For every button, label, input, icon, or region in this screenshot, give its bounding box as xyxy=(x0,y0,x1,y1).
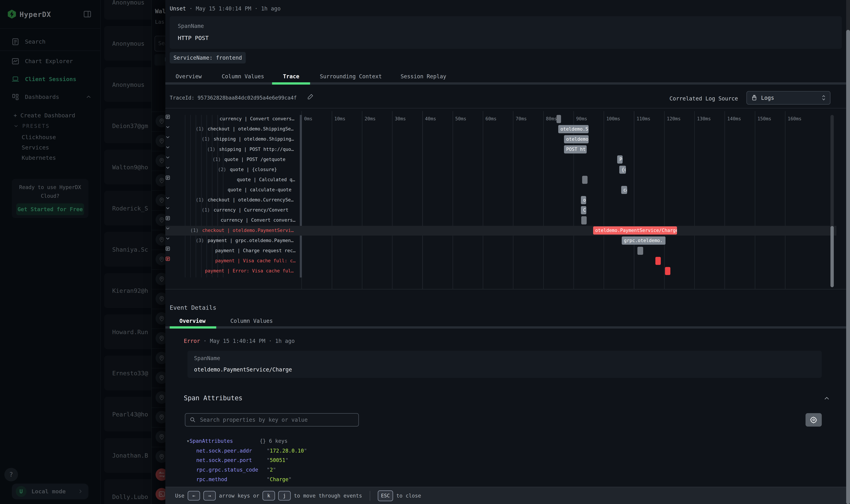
span-duration-bar[interactable]: Cu xyxy=(581,206,586,214)
waterfall-row[interactable]: (1)checkout | oteldemo.CurrencySe…ot xyxy=(165,196,836,205)
footer-text: to move through events xyxy=(294,493,362,499)
event-label: payment | Charge request rec… xyxy=(215,248,295,253)
edit-pencil-icon[interactable] xyxy=(307,93,314,100)
waterfall-row[interactable]: (1)shipping | POST http://quo…POST ht xyxy=(165,145,836,155)
footer-text: Use xyxy=(175,493,184,499)
span-duration-bar[interactable]: POST ht xyxy=(564,145,587,154)
span-event-marker[interactable] xyxy=(557,115,561,123)
span-label: quote | {closure} xyxy=(230,167,277,172)
tab-surrounding-context[interactable]: Surrounding Context xyxy=(320,73,382,79)
tab-underline-track xyxy=(165,82,850,85)
attribute-key: rpc.grpc.status_code xyxy=(196,467,258,473)
modal-backdrop[interactable] xyxy=(0,0,165,504)
attribute-row[interactable]: rpc.grpc.status_code"2" xyxy=(196,467,258,473)
attribute-row[interactable]: net.sock.peer.port"50051" xyxy=(196,457,252,463)
divider xyxy=(165,108,850,108)
error-status-line: Error · May 15 1:40:14 PM · 1h ago xyxy=(184,338,295,344)
attribute-value: 172.28.0.10 xyxy=(270,448,304,454)
service-name-chip[interactable]: ServiceName: frontend xyxy=(170,52,246,63)
span-duration-bar[interactable]: oteldemo.PaymentService/Charge xyxy=(593,227,677,235)
waterfall-row[interactable]: payment | Visa cache full: c… xyxy=(165,256,836,266)
waterfall-row[interactable]: (1)quote | POST /getquotePOST xyxy=(165,155,836,165)
span-duration-bar[interactable]: ot xyxy=(581,196,586,204)
span-child-count: (1) xyxy=(202,207,210,213)
attribute-value: 50051 xyxy=(270,457,285,463)
attribute-row[interactable]: net.sock.peer.addr"172.28.0.10" xyxy=(196,448,252,454)
trace-id: TraceId: 957362828baa84dc02d95a4e6e99ca4… xyxy=(170,95,297,101)
span-label: payment | grpc.oteldemo.Paymen… xyxy=(208,238,294,243)
span-event-marker[interactable] xyxy=(581,216,587,224)
attribute-row[interactable]: rpc.method"Charge" xyxy=(196,476,227,482)
attribute-key: rpc.method xyxy=(196,476,227,482)
event-spanname-card: SpanName oteldemo.PaymentService/Charge xyxy=(187,351,822,378)
error-badge: Error xyxy=(184,338,200,344)
span-label: shipping | oteldemo.Shipping… xyxy=(214,136,294,142)
waterfall-row[interactable]: quote | calculate-quoteca xyxy=(165,185,836,195)
span-event-marker[interactable] xyxy=(655,257,661,265)
span-event-marker[interactable] xyxy=(582,176,587,184)
kbd-j: j xyxy=(278,491,291,501)
span-event-marker[interactable] xyxy=(637,247,643,255)
spanname-label: SpanName xyxy=(178,23,204,29)
span-duration-bar[interactable]: grpc.oteldemo. xyxy=(622,236,666,245)
spanname-label: SpanName xyxy=(194,355,220,361)
database-icon xyxy=(751,95,757,101)
tab-overview[interactable]: Overview xyxy=(176,73,202,79)
tab-column-values[interactable]: Column Values xyxy=(222,73,264,79)
waterfall-row[interactable]: (1)checkout | oteldemo.ShippingSe…otelde… xyxy=(165,125,836,134)
span-child-count: (1) xyxy=(207,146,215,152)
waterfall-row[interactable]: (1)currency | Currency/ConvertCu xyxy=(165,205,836,215)
active-tab-indicator xyxy=(170,326,216,328)
gear-icon[interactable] xyxy=(806,413,822,427)
modal-footer: Use ← → arrow keys or k j to move throug… xyxy=(165,487,850,504)
span-duration-bar[interactable]: ca xyxy=(621,186,627,194)
span-child-count: (2) xyxy=(218,167,227,172)
collapse-chevron-icon[interactable] xyxy=(824,395,830,402)
waterfall-row[interactable]: payment | Charge request rec… xyxy=(165,246,836,256)
tab-trace[interactable]: Trace xyxy=(283,73,300,79)
waterfall-row[interactable]: quote | Calculated q… xyxy=(165,175,836,185)
status-badge: Unset xyxy=(170,5,186,12)
waterfall-scrollbar-thumb[interactable] xyxy=(830,226,834,287)
spanname-value: oteldemo.PaymentService/Charge xyxy=(194,366,292,373)
event-label: currency | Convert convers… xyxy=(221,217,295,223)
span-event-marker[interactable] xyxy=(665,267,670,275)
event-label: currency | Convert convers… xyxy=(220,116,294,121)
waterfall-row[interactable]: payment | Error: Visa cache ful… xyxy=(165,267,836,276)
span-label: currency | Currency/Convert xyxy=(214,207,288,213)
divider xyxy=(165,289,850,289)
waterfall-row[interactable]: currency | Convert convers… xyxy=(165,216,836,226)
span-duration-bar[interactable]: {clos xyxy=(619,166,626,174)
event-details-tab-column-values[interactable]: Column Values xyxy=(230,318,273,324)
attributes-search-input[interactable]: Search properties by key or value xyxy=(185,413,359,427)
braces-icon: {} 6 keys xyxy=(260,438,288,444)
tab-underline-track xyxy=(165,326,850,328)
waterfall-row[interactable]: (3)payment | grpc.oteldemo.Paymen…grpc.o… xyxy=(165,236,836,246)
attribute-value: 2 xyxy=(270,467,273,473)
correlated-log-source-select[interactable]: Logs xyxy=(746,91,830,105)
waterfall-row[interactable]: (1)shipping | oteldemo.Shipping…oteldemo xyxy=(165,134,836,144)
span-duration-bar[interactable]: oteldemo.Sh xyxy=(558,125,589,133)
attribute-root-row[interactable]: ▾SpanAttributes {} 6 keys xyxy=(186,438,242,444)
span-attributes-title: Span Attributes xyxy=(184,394,242,402)
trace-waterfall: 0ms10ms20ms30ms40ms50ms60ms70ms80ms90ms1… xyxy=(165,111,850,289)
waterfall-row[interactable]: currency | Convert convers… xyxy=(165,114,836,124)
active-tab-indicator xyxy=(272,82,310,85)
event-status-line: Unset · May 15 1:40:14 PM · 1h ago xyxy=(170,5,281,12)
spanname-card: SpanName HTTP POST xyxy=(170,16,842,49)
span-duration-bar[interactable]: oteldemo xyxy=(564,135,589,143)
kbd-arrow-right: → xyxy=(203,491,216,501)
span-duration-bar[interactable]: POST xyxy=(617,156,622,164)
tab-session-replay[interactable]: Session Replay xyxy=(401,73,446,79)
waterfall-row[interactable]: (2)quote | {closure}{clos xyxy=(165,165,836,175)
event-label: quote | Calculated q… xyxy=(237,177,295,182)
event-details-tab-overview[interactable]: Overview xyxy=(179,318,205,324)
kbd-arrow-left: ← xyxy=(188,491,200,501)
search-placeholder: Search properties by key or value xyxy=(200,417,308,423)
kbd-esc: ESC xyxy=(378,490,393,501)
span-child-count: (1) xyxy=(202,136,210,142)
waterfall-row[interactable]: (1)checkout | oteldemo.PaymentServi…otel… xyxy=(165,226,836,236)
window-scrollbar-thumb[interactable] xyxy=(846,30,850,504)
span-child-count: (1) xyxy=(196,126,204,131)
magnifier-icon xyxy=(190,417,196,423)
